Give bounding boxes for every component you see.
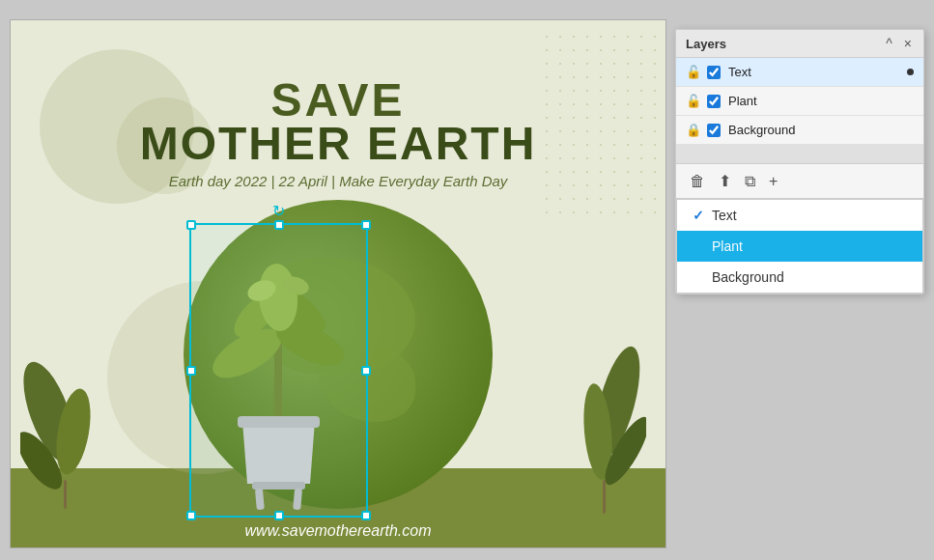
left-leaf-decoration (20, 335, 117, 509)
handle-middle-right[interactable] (361, 366, 371, 376)
layer-item-text[interactable]: 🔓 Text (676, 58, 923, 87)
layers-panel-header: Layers ^ × (676, 30, 923, 58)
dropdown-item-background[interactable]: Background (677, 262, 922, 293)
layers-divider (676, 145, 923, 164)
layer-label-background: Background (728, 123, 914, 137)
lock-icon-plant: 🔓 (686, 94, 701, 108)
selection-box[interactable]: ↻ (189, 223, 368, 518)
layer-item-background[interactable]: 🔒 Background (676, 116, 923, 145)
title-mother: MOTHER EARTH (11, 117, 665, 170)
svg-rect-7 (603, 480, 606, 514)
canvas-subtitle: Earth day 2022 | 22 April | Make Everyda… (11, 173, 665, 189)
layer-checkbox-background[interactable] (707, 124, 721, 137)
layer-label-text: Text (728, 65, 907, 79)
right-leaf-decoration (550, 325, 646, 518)
export-layer-button[interactable]: ⬆ (715, 170, 735, 192)
handle-bottom-left[interactable] (186, 511, 196, 520)
layer-checkbox-plant[interactable] (707, 95, 721, 108)
lock-icon-text: 🔓 (686, 65, 701, 79)
layer-item-plant[interactable]: 🔓 Plant (676, 87, 923, 116)
dropdown-item-text[interactable]: Text (677, 200, 922, 231)
canvas-url: www.savemotherearth.com (11, 522, 665, 540)
handle-middle-left[interactable] (186, 366, 196, 376)
dropdown-item-plant[interactable]: Plant (677, 231, 922, 262)
copy-layer-button[interactable]: ⧉ (741, 171, 759, 192)
handle-top-left[interactable] (186, 220, 196, 230)
handle-bottom-right[interactable] (361, 511, 371, 520)
delete-layer-button[interactable]: 🗑 (686, 171, 709, 192)
dropdown-label-background: Background (712, 269, 784, 285)
svg-rect-3 (64, 480, 67, 509)
layers-dropdown: Text Plant Background (676, 199, 923, 294)
handle-top-center[interactable] (274, 220, 284, 230)
layers-header-buttons: ^ × (884, 36, 914, 51)
canvas: SAVE MOTHER EARTH Earth day 2022 | 22 Ap… (10, 19, 666, 548)
layers-panel-title: Layers (686, 37, 726, 51)
handle-bottom-center[interactable] (274, 511, 284, 520)
dropdown-label-text: Text (712, 208, 737, 223)
rotate-handle[interactable]: ↻ (272, 202, 285, 220)
layers-toolbar: 🗑 ⬆ ⧉ + (676, 164, 923, 199)
layers-panel: Layers ^ × 🔓 Text 🔓 Plant 🔒 Background 🗑… (675, 29, 924, 294)
close-button[interactable]: × (902, 36, 914, 51)
layer-active-dot (907, 69, 914, 75)
layer-checkbox-text[interactable] (707, 66, 721, 79)
handle-top-right[interactable] (361, 220, 371, 230)
layer-label-plant: Plant (728, 94, 914, 108)
dropdown-label-plant: Plant (712, 238, 743, 254)
lock-icon-background: 🔒 (686, 123, 701, 137)
minimize-button[interactable]: ^ (884, 36, 894, 51)
add-layer-button[interactable]: + (765, 171, 781, 192)
